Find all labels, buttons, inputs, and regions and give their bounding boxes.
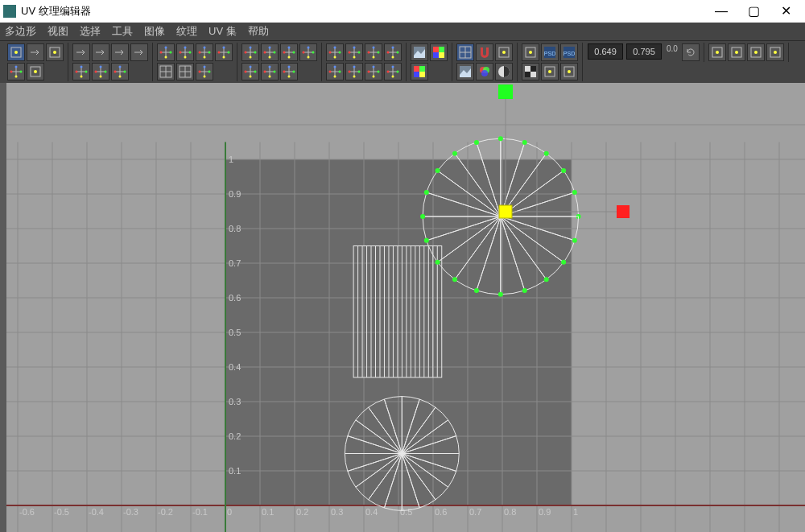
grid-v-button[interactable] [176,63,194,80]
minimize-button[interactable]: — [705,0,737,23]
svg-point-152 [387,71,390,73]
uv-viewport[interactable]: -0.6-0.5-0.4-0.3-0.2-0.100.10.20.30.40.5… [0,83,805,532]
unfold-tool-button[interactable] [365,63,382,80]
cycle-uv-button[interactable] [72,63,90,80]
update-psd-button[interactable]: PSD [560,43,578,61]
shaded-button[interactable] [541,63,559,80]
load-psd-button[interactable]: PSD [541,43,559,61]
svg-text:0.8: 0.8 [504,507,516,517]
menu-view[interactable]: 视图 [47,24,68,39]
svg-text:-0.4: -0.4 [89,507,104,517]
manip-x-handle[interactable] [617,205,630,218]
distortion-button[interactable] [560,63,578,80]
unfold-v-button[interactable] [345,63,363,80]
paste-v-button[interactable] [766,43,784,61]
menu-select[interactable]: 选择 [80,24,101,39]
uv-move-sew-button[interactable] [27,43,44,61]
distribute-v-button[interactable] [280,43,298,61]
uv-canvas[interactable]: -0.6-0.5-0.4-0.3-0.2-0.100.10.20.30.40.5… [0,83,805,532]
relax-shell-button[interactable] [345,43,363,61]
svg-point-148 [373,66,375,68]
svg-point-34 [165,47,167,49]
menu-image[interactable]: 图像 [144,24,165,39]
svg-point-292 [436,168,440,173]
align-max-u-button[interactable] [176,43,194,61]
align-min-v-button[interactable] [196,43,213,61]
svg-point-51 [228,52,230,54]
snapshot-button[interactable] [411,43,428,61]
menu-texture[interactable]: 纹理 [176,24,197,39]
svg-point-299 [498,292,503,297]
uv-tweak-button[interactable] [46,43,64,61]
coord-zero-label: 0.0 [667,44,678,60]
svg-point-33 [170,52,172,54]
svg-text:0.4: 0.4 [229,362,241,372]
bake-button[interactable] [411,63,428,80]
copy-button[interactable] [708,43,726,61]
svg-point-9 [15,76,18,78]
grid-toggle-button[interactable] [456,43,474,61]
close-button[interactable]: ✕ [770,0,802,23]
snap-magnet-button[interactable] [476,43,493,61]
svg-point-125 [373,56,375,59]
distribute-u-button[interactable] [261,43,279,61]
align-v-button[interactable] [111,63,129,80]
checker-button[interactable] [522,63,539,80]
manip-y-handle[interactable] [498,85,513,99]
svg-text:0.5: 0.5 [229,328,241,337]
uv-cut-button[interactable] [27,63,44,80]
maximize-button[interactable]: ▢ [737,0,770,23]
refresh-button[interactable] [682,43,700,61]
flip-u-button[interactable] [72,43,90,61]
align-max-v-button[interactable] [215,43,233,61]
rotate-ccw-button[interactable] [111,43,129,61]
symmetrize-button[interactable] [384,63,402,80]
svg-text:0.9: 0.9 [229,189,241,199]
svg-rect-182 [525,66,530,72]
snap-pixel-button[interactable] [495,43,513,61]
paste-u-button[interactable] [747,43,765,61]
svg-point-106 [288,66,291,68]
coord-v-field[interactable]: 0.795 [626,43,662,60]
svg-point-117 [358,52,361,54]
svg-point-187 [568,70,571,73]
image-dim-button[interactable] [456,63,474,80]
unfold-u-button[interactable] [326,63,344,80]
alpha-button[interactable] [495,63,513,80]
rgb-button[interactable] [476,63,493,80]
coord-u-field[interactable]: 0.649 [588,43,623,60]
smooth-uv-button[interactable] [365,43,382,61]
align-min-u-button[interactable] [157,43,175,61]
menu-tool[interactable]: 工具 [112,24,133,39]
straighten-v-button[interactable] [261,63,279,80]
menu-uvset[interactable]: UV 集 [208,24,237,39]
svg-rect-160 [439,52,444,58]
optimize-button[interactable] [384,43,402,61]
paste-button[interactable] [728,43,745,61]
color-button[interactable] [430,43,448,61]
layout-button[interactable] [196,63,213,80]
svg-point-27 [124,71,126,73]
svg-point-53 [223,56,225,59]
relax-button[interactable] [326,43,344,61]
manip-center-handle[interactable] [499,205,512,218]
menu-help[interactable]: 帮助 [248,24,269,39]
unitize-button[interactable] [242,43,259,61]
svg-point-154 [392,66,394,68]
menu-polygons[interactable]: 多边形 [5,24,36,39]
straighten-u-button[interactable] [242,63,259,80]
isolate-button[interactable] [522,43,539,61]
svg-point-298 [474,288,479,293]
svg-point-52 [223,47,225,49]
uv-lattice-button[interactable] [7,43,25,61]
rotate-cw-button[interactable] [130,43,148,61]
svg-point-64 [204,66,206,68]
straighten-shell-button[interactable] [280,63,298,80]
match-uv-button[interactable] [299,43,317,61]
svg-point-297 [452,277,457,282]
grid-u-button[interactable] [157,63,175,80]
svg-rect-163 [414,72,419,77]
flip-v-button[interactable] [92,43,109,61]
align-u-button[interactable] [92,63,109,80]
uv-unfold-button[interactable] [7,63,25,80]
